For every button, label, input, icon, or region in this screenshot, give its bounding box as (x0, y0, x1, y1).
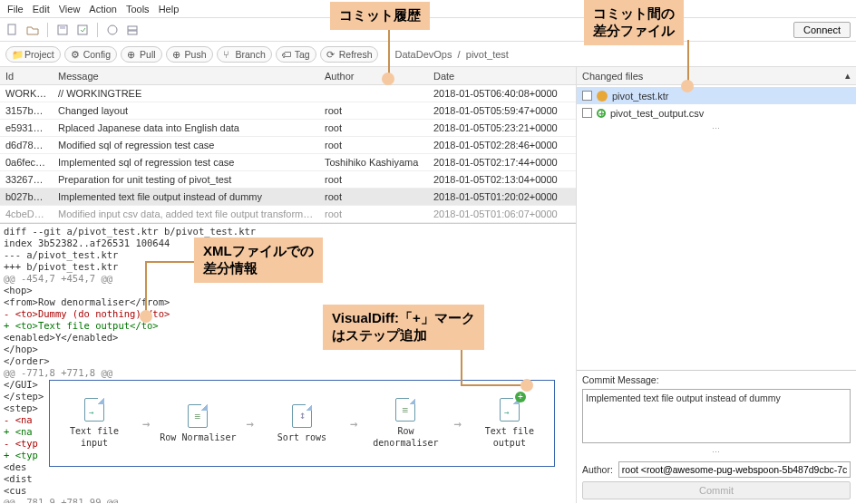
commit-row[interactable]: b027be…Implemented text file output inst… (0, 189, 576, 206)
file-name: pivot_test_output.csv (610, 108, 704, 119)
new-file-icon[interactable] (5, 23, 20, 37)
flow-arrow-icon: → (142, 418, 150, 430)
branch-button[interactable]: ⑂Branch (217, 46, 272, 63)
step-sort-rows[interactable]: Sort rows (261, 404, 343, 443)
col-id[interactable]: Id (0, 69, 53, 83)
commit-row[interactable]: 4cbeDa…Modified input csv data, added te… (0, 206, 576, 223)
breadcrumb-leaf[interactable]: pivot_test (466, 49, 509, 60)
step-label: Row denormaliser (365, 425, 446, 449)
added-plus-icon: + (515, 392, 526, 402)
flow-arrow-icon: → (246, 418, 253, 430)
svg-rect-3 (78, 25, 87, 34)
svg-rect-5 (128, 26, 137, 30)
step-label: Row Normaliser (160, 431, 236, 443)
commit-row[interactable]: e59315…Rplaced Japanese data into Englis… (0, 120, 576, 137)
menu-edit[interactable]: Edit (33, 4, 50, 15)
commit-table: Id Message Author Date WORKI…// WORKINGT… (0, 67, 576, 223)
commit-row[interactable]: 332679…Preparation for unit testing of p… (0, 171, 576, 189)
file-checkbox[interactable] (582, 108, 592, 118)
step-icon: → (84, 398, 104, 422)
flow-arrow-icon: → (350, 418, 357, 430)
commit-message-input[interactable]: Implemented text file output instead of … (582, 389, 851, 443)
step-icon (292, 404, 312, 428)
changed-files-label: Changed files (582, 71, 643, 82)
added-icon (597, 109, 606, 118)
file-checkbox[interactable] (582, 91, 592, 101)
refresh-button[interactable]: ⟳Refresh (320, 46, 379, 63)
step-icon (395, 398, 415, 422)
changed-files-list: pivot_test.ktrpivot_test_output.csv (577, 85, 856, 123)
svg-point-4 (108, 25, 117, 34)
callout-visualdiff: VisualDiff:「+」マーク はステップ追加 (323, 305, 484, 350)
author-label: Author: (582, 464, 613, 475)
changed-files-header[interactable]: Changed files ▴ (577, 67, 856, 85)
commit-row[interactable]: d6d781…Modified sql of regression test c… (0, 137, 576, 154)
step-label: Text file output (469, 425, 550, 449)
tool-icon-2[interactable] (125, 23, 140, 37)
breadcrumb: DataDevOps / pivot_test (384, 49, 519, 60)
col-date[interactable]: Date (428, 69, 576, 83)
branch-label: Branch (236, 49, 266, 60)
changed-file-row[interactable]: pivot_test.ktr (577, 87, 856, 104)
tag-label: Tag (295, 49, 310, 60)
project-button[interactable]: 📁Project (5, 46, 61, 63)
commit-message-label: Commit Message: (582, 374, 851, 385)
step-icon (188, 404, 208, 428)
resize-handle-2[interactable]: ⋯ (582, 447, 851, 458)
flow-arrow-icon: → (453, 418, 461, 430)
config-label: Config (83, 49, 111, 60)
step-text-file-input[interactable]: →Text file input (54, 398, 135, 449)
menu-help[interactable]: Help (159, 4, 180, 15)
svg-rect-2 (60, 25, 65, 29)
project-label: Project (24, 49, 54, 60)
tool-icon-1[interactable] (105, 23, 120, 37)
sort-asc-icon[interactable]: ▴ (845, 70, 851, 82)
step-icon: →+ (500, 398, 520, 422)
tag-button[interactable]: 🏷Tag (276, 46, 316, 63)
pull-button[interactable]: ⊕Pull (121, 46, 162, 63)
col-author[interactable]: Author (319, 69, 428, 83)
step-row-normaliser[interactable]: Row Normaliser (157, 404, 238, 443)
commit-button[interactable]: Commit (582, 481, 851, 499)
connect-button[interactable]: Connect (793, 22, 851, 38)
svg-rect-6 (128, 31, 137, 34)
callout-xml-diff: XMLファイルでの 差分情報 (194, 237, 323, 283)
commit-row[interactable]: WORKI…// WORKINGTREE2018-01-05T06:40:08+… (0, 85, 576, 102)
menu-file[interactable]: File (7, 4, 24, 15)
git-toolbar: 📁Project ⚙Config ⊕Pull ⊕Push ⑂Branch 🏷Ta… (0, 42, 856, 67)
step-text-file-output[interactable]: →+Text file output (469, 398, 550, 449)
modified-icon (597, 91, 608, 102)
commit-table-header: Id Message Author Date (0, 67, 576, 85)
pull-label: Pull (140, 49, 156, 60)
save-icon[interactable] (55, 23, 70, 37)
step-label: Text file input (54, 425, 135, 449)
open-icon[interactable] (25, 23, 40, 37)
config-button[interactable]: ⚙Config (64, 46, 117, 63)
file-name: pivot_test.ktr (612, 91, 668, 102)
commit-row[interactable]: 3157b3…Changed layoutroot2018-01-05T05:5… (0, 102, 576, 120)
commit-section: Commit Message: Implemented text file ou… (577, 370, 856, 503)
menu-tools[interactable]: Tools (126, 4, 150, 15)
save-as-icon[interactable] (75, 23, 90, 37)
visual-diff-panel: →Text file input→Row Normaliser→Sort row… (49, 380, 555, 467)
col-message[interactable]: Message (53, 69, 319, 83)
push-button[interactable]: ⊕Push (166, 46, 213, 63)
callout-diff-files: コミット間の 差分ファイル (584, 0, 684, 45)
step-row-denormaliser[interactable]: Row denormaliser (365, 398, 446, 449)
push-label: Push (185, 49, 207, 60)
changed-file-row[interactable]: pivot_test_output.csv (577, 104, 856, 121)
menu-action[interactable]: Action (89, 4, 117, 15)
author-input[interactable] (618, 461, 851, 478)
refresh-label: Refresh (339, 49, 373, 60)
breadcrumb-root[interactable]: DataDevOps (394, 49, 452, 60)
menu-view[interactable]: View (59, 4, 81, 15)
callout-commit-history: コミット履歴 (330, 2, 430, 30)
step-label: Sort rows (277, 431, 326, 443)
resize-handle[interactable]: ⋯ (577, 123, 856, 134)
svg-rect-0 (8, 24, 15, 34)
commit-row[interactable]: 0a6fecb…Implemented sql of regression te… (0, 154, 576, 171)
